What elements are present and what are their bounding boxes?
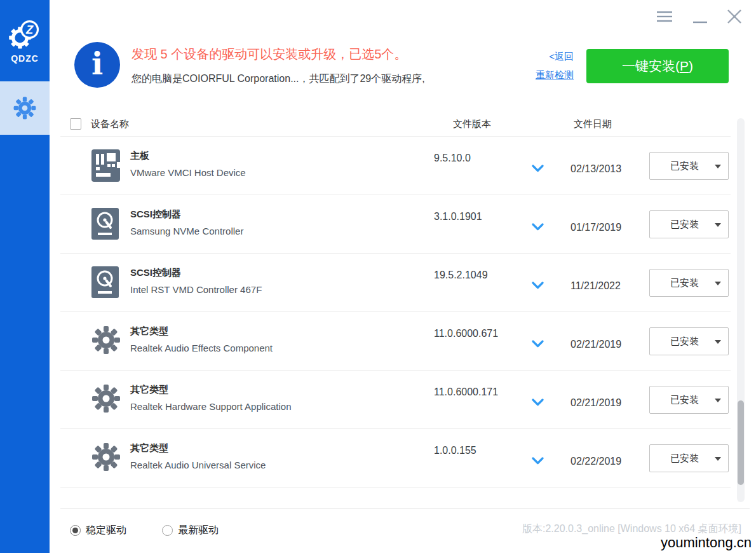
- watermark-text: youmintong.cn: [661, 535, 752, 551]
- file-date: 11/21/2022: [570, 280, 621, 292]
- device-name: Realtek Hardware Support Application: [130, 401, 291, 412]
- gear-icon: [91, 324, 121, 358]
- device-category: 其它类型: [130, 442, 266, 454]
- file-date: 01/17/2019: [570, 222, 621, 233]
- device-name: Samsung NVMe Controller: [130, 226, 243, 236]
- file-version: 3.1.0.1901: [434, 211, 482, 222]
- file-version: 19.5.2.1049: [434, 270, 488, 281]
- table-row: 其它类型 Realtek Audio Universal Service 1.0…: [60, 429, 731, 488]
- select-all-checkbox[interactable]: [70, 118, 81, 130]
- table-row: 主板 VMware VMCI Host Device 9.5.10.0 02/1…: [60, 137, 731, 195]
- scrollbar-thumb[interactable]: [738, 400, 744, 485]
- radio-latest-driver[interactable]: 最新驱动: [162, 524, 219, 537]
- chevron-down-icon[interactable]: [532, 282, 544, 289]
- device-names: SCSI控制器 Intel RST VMD Controller 467F: [130, 267, 262, 295]
- table-body: 主板 VMware VMCI Host Device 9.5.10.0 02/1…: [60, 137, 731, 488]
- status-dropdown[interactable]: 已安装: [649, 152, 729, 180]
- column-header-version: 文件版本: [453, 118, 491, 130]
- app-logo-text: QDZC: [0, 53, 50, 64]
- gear-icon: [91, 383, 121, 416]
- device-name: Intel RST VMD Controller 467F: [130, 284, 262, 295]
- device-names: 其它类型 Realtek Audio Universal Service: [130, 442, 266, 470]
- device-category: 其它类型: [130, 325, 273, 338]
- status-dropdown[interactable]: 已安装: [649, 327, 729, 355]
- device-names: 其它类型 Realtek Hardware Support Applicatio…: [130, 384, 291, 412]
- file-version: 11.0.6000.671: [434, 328, 498, 339]
- chevron-down-icon[interactable]: [532, 457, 544, 465]
- dropdown-arrow-icon: [715, 223, 721, 227]
- dropdown-arrow-icon: [715, 399, 721, 402]
- device-name: Realtek Audio Effects Component: [130, 343, 273, 353]
- motherboard-icon: [91, 149, 121, 182]
- table-row: SCSI控制器 Samsung NVMe Controller 3.1.0.19…: [60, 195, 731, 254]
- menu-icon[interactable]: [656, 8, 673, 25]
- back-link[interactable]: <返回: [549, 51, 574, 63]
- dropdown-arrow-icon: [715, 340, 721, 344]
- dropdown-arrow-icon: [715, 165, 721, 168]
- table-row: 其它类型 Realtek Hardware Support Applicatio…: [60, 371, 731, 429]
- chevron-down-icon[interactable]: [532, 165, 544, 172]
- radio-unselected-icon: [162, 525, 173, 536]
- dropdown-arrow-icon: [715, 282, 721, 285]
- radio-stable-driver[interactable]: 稳定驱动: [70, 524, 126, 537]
- driver-table: 设备名称 文件版本 文件日期 主板: [60, 113, 731, 488]
- column-header-date: 文件日期: [574, 118, 612, 130]
- disk-icon: [91, 266, 121, 299]
- status-label: 已安装: [670, 277, 699, 289]
- status-dropdown[interactable]: 已安装: [649, 444, 729, 472]
- table-row: SCSI控制器 Intel RST VMD Controller 467F 19…: [60, 254, 731, 312]
- sidebar-item-settings[interactable]: [0, 81, 50, 135]
- chevron-down-icon[interactable]: [532, 340, 544, 348]
- file-version: 9.5.10.0: [434, 153, 471, 164]
- install-all-button[interactable]: 一键安装(P): [586, 49, 729, 83]
- footer-divider: [60, 508, 750, 509]
- device-category: 其它类型: [130, 384, 291, 396]
- status-dropdown[interactable]: 已安装: [649, 269, 729, 297]
- column-header-device: 设备名称: [91, 118, 129, 130]
- device-category: 主板: [130, 150, 246, 162]
- chevron-down-icon[interactable]: [532, 223, 544, 231]
- sidebar: Z QDZC: [0, 0, 50, 553]
- status-dropdown[interactable]: 已安装: [649, 210, 729, 238]
- radio-selected-icon: [70, 525, 81, 536]
- status-label: 已安装: [670, 160, 699, 172]
- disk-icon: [91, 207, 121, 241]
- status-dropdown[interactable]: 已安装: [649, 386, 729, 414]
- device-names: 其它类型 Realtek Audio Effects Component: [130, 325, 273, 353]
- recheck-link[interactable]: 重新检测: [536, 69, 574, 81]
- scan-result-headline: 发现 5 个设备的驱动可以安装或升级，已选5个。: [132, 46, 407, 63]
- file-date: 02/13/2013: [570, 163, 621, 175]
- status-label: 已安装: [670, 453, 699, 465]
- status-label: 已安装: [670, 394, 699, 406]
- file-version: 11.0.6000.171: [434, 386, 498, 398]
- status-label: 已安装: [670, 219, 699, 231]
- info-icon: i: [74, 42, 120, 88]
- close-icon[interactable]: [726, 8, 743, 25]
- app-version-text: 版本:2.20.0.3_online [Windows 10 x64 桌面环境]: [522, 522, 741, 536]
- device-category: SCSI控制器: [130, 208, 243, 221]
- device-names: 主板 VMware VMCI Host Device: [130, 150, 246, 178]
- scan-result-subline: 您的电脑是COIORFUL Corporation...，共匹配到了29个驱动程…: [132, 72, 425, 86]
- device-names: SCSI控制器 Samsung NVMe Controller: [130, 208, 243, 236]
- file-date: 02/21/2019: [570, 339, 621, 350]
- app-logo: Z QDZC: [0, 17, 50, 64]
- device-category: SCSI控制器: [130, 267, 262, 279]
- file-version: 1.0.0.155: [434, 445, 476, 456]
- qdzc-logo-icon: Z: [7, 17, 43, 52]
- status-label: 已安装: [670, 336, 699, 348]
- minimize-icon[interactable]: [691, 8, 709, 25]
- file-date: 02/21/2019: [570, 397, 621, 409]
- table-header: 设备名称 文件版本 文件日期: [60, 113, 731, 137]
- dropdown-arrow-icon: [715, 457, 721, 461]
- gear-icon: [91, 441, 121, 475]
- chevron-down-icon[interactable]: [532, 399, 544, 406]
- gear-icon: [13, 96, 37, 120]
- device-name: Realtek Audio Universal Service: [130, 460, 266, 470]
- device-name: VMware VMCI Host Device: [130, 167, 246, 178]
- file-date: 02/22/2019: [570, 456, 621, 467]
- svg-text:Z: Z: [25, 23, 34, 36]
- table-row: 其它类型 Realtek Audio Effects Component 11.…: [60, 312, 731, 371]
